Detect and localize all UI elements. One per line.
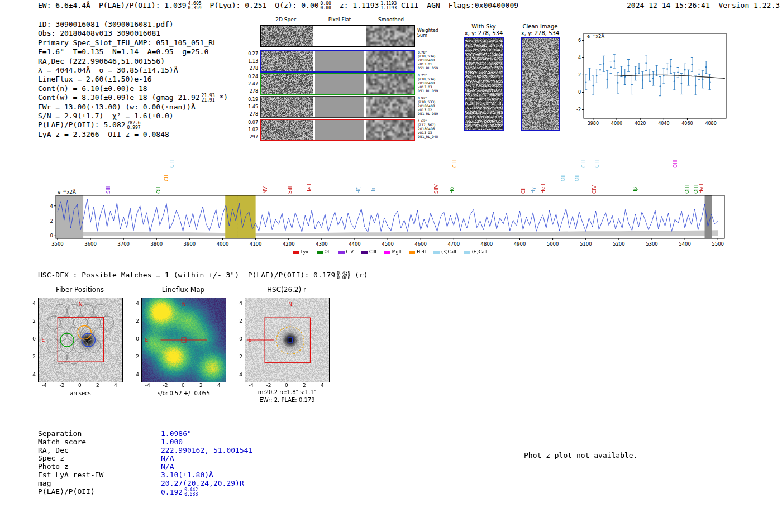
weighted-sum-label: Weighted Sum (417, 28, 438, 38)
text-run: 0.192 (161, 487, 183, 496)
match-row-value: N/A (161, 463, 174, 471)
fiber-xlabel: arcsecs (38, 390, 123, 396)
row-scale-values: 0.191.45278 (242, 96, 258, 118)
annotation-line: v013_03 (418, 131, 438, 135)
pixelflat-cell (315, 51, 364, 71)
clean-image (521, 37, 560, 131)
pixelflat-cell (315, 97, 364, 117)
header-metric: z: 1.11931.11931.1193 CIII (340, 1, 419, 9)
elixer-report-page: EW: 6.6±4.4ÅP(LAE)/P(OII): 1.0394.6050.3… (0, 0, 782, 532)
axis-tick-label: -4 (23, 372, 36, 377)
spec2d-row (260, 50, 415, 73)
svg-text:4100: 4100 (250, 241, 262, 247)
emission-line-label: CIII (594, 160, 600, 168)
pixelflat-cell (315, 74, 364, 94)
pixelflat-cell (315, 120, 364, 140)
svg-text:0: 0 (50, 233, 53, 238)
svg-text:5100: 5100 (580, 241, 592, 247)
smoothed-noise (366, 120, 414, 140)
axis-tick-label: 2 (299, 382, 310, 388)
info-line: Cont(w) = 8.30(±0.09)e-18 (gmag 21.9221.… (38, 93, 228, 102)
axis-tick-label: 4 (23, 300, 36, 306)
smoothed-noise (366, 97, 414, 117)
text-run: ID: 3090016081 (3090016081.pdf) (38, 20, 174, 28)
scale-value: 0.19 (242, 96, 258, 103)
scale-value: 1.45 (242, 103, 258, 111)
legend-label: CIV (346, 250, 354, 255)
svg-text:3500: 3500 (51, 241, 64, 247)
svg-text:3800: 3800 (150, 241, 163, 247)
row-scale-values: 0.271.13278 (242, 50, 258, 73)
hsc-caption-2: EWr: 2. PLAE: 0.179 (239, 397, 335, 403)
scale-value: 0.07 (242, 119, 258, 126)
lineflux-caption: s/b: 0.52 +/- 0.055 (136, 390, 232, 396)
axis-tick-label: 0 (281, 382, 292, 388)
annotation-line: 1.62" (418, 119, 438, 123)
svg-text:4900: 4900 (514, 241, 526, 247)
header-metrics: EW: 6.6±4.4ÅP(LAE)/P(OII): 1.0394.6050.3… (38, 1, 527, 11)
info-line: RA,Dec (222.990646,51.001556) (38, 57, 228, 66)
axis-tick-label: -4 (230, 372, 242, 377)
text-run: S/N = 2.9(±1.7) χ² = 1.6(±0.0) (38, 112, 174, 120)
svg-text:4600: 4600 (414, 241, 427, 247)
lineflux-map-panel: NE (141, 298, 226, 382)
annotation-line: 20180408 (418, 81, 438, 85)
match-row-value: 0.1920.4420.088 (161, 488, 198, 496)
info-line: Obs: 20180408v013_3090016081 (38, 29, 228, 38)
match-table-row: mag20.27(20.24,20.29)R (38, 480, 252, 488)
text-run: P(Lyα): 0.251 (210, 1, 267, 9)
scale-value: 0.27 (242, 50, 258, 57)
axis-tick-label: 4 (127, 300, 139, 306)
annotation-line: 0.75" (418, 73, 438, 77)
header: EW: 6.6±4.4ÅP(LAE)/P(OII): 1.0394.6050.3… (38, 1, 780, 11)
source-info-block: ID: 3090016081 (3090016081.pdf)Obs: 2018… (38, 20, 228, 139)
match-row-label: Spec z (38, 454, 161, 463)
spec2d-row (260, 73, 415, 95)
match-row-value: 222.990162, 51.001541 (161, 447, 252, 455)
text-run: Flags:0x00400009 (449, 1, 518, 9)
legend-item: (K)CaII (433, 250, 456, 255)
header-metric: AGN (427, 1, 440, 9)
emission-line-label: CIII (452, 160, 457, 168)
stacked-fraction: 782.60.997 (127, 121, 141, 130)
axis-tick-label: -2 (56, 382, 68, 388)
legend-item: CIV (338, 250, 354, 255)
text-run: z: 1.1193 (340, 1, 379, 9)
legend-item: CIII (361, 250, 376, 255)
svg-text:5200: 5200 (613, 241, 625, 247)
text-run: EWr = 13.00(±13.00) (w: 0.00(±nan))Å (38, 103, 196, 111)
axis-tick-label: 4 (213, 382, 225, 388)
text-run: 222.990162, 51.001541 (161, 446, 252, 454)
info-line: EWr = 13.00(±13.00) (w: 0.00(±nan))Å (38, 103, 228, 112)
info-line: LineFlux = 2.60(±1.50)e-16 (38, 75, 228, 84)
axis-tick-label: 2 (23, 318, 36, 324)
svg-text:4: 4 (578, 55, 581, 60)
svg-text:E: E (145, 337, 149, 343)
spec2d-noise (261, 120, 313, 140)
info-line: F=1.6" T=0.135 N=1.14 A=0.95 g=25.0 (38, 47, 228, 56)
stacked-fraction: 0.000.00 (321, 2, 331, 11)
svg-text:5300: 5300 (646, 241, 658, 247)
svg-text:2: 2 (50, 218, 53, 224)
spec2d-noise (261, 97, 313, 117)
axis-tick-label: -4 (127, 372, 139, 377)
annotation-line: v013_02 (418, 108, 438, 112)
fiber-overlay-svg: NE (39, 298, 122, 382)
svg-text:4000: 4000 (611, 121, 622, 126)
axis-tick-label: 0 (127, 336, 139, 342)
svg-text:4000: 4000 (217, 241, 229, 247)
svg-text:3900: 3900 (184, 241, 196, 247)
info-line: S/N = 2.9(±1.7) χ² = 1.6(±0.0) (38, 112, 228, 121)
spec2d-noise (261, 74, 313, 94)
axis-tick-label: 0 (74, 382, 85, 388)
annotation-line: 0.92" (418, 96, 438, 100)
emission-line-label: OII (560, 175, 566, 181)
scale-value: 0.24 (242, 73, 258, 80)
emission-line-label: CII (164, 175, 169, 181)
hsc-overlay-svg: NE (245, 298, 329, 382)
match-row-label: Photo z (38, 463, 161, 471)
annotation-line: 20180408 (418, 127, 438, 131)
match-row-label: mag (38, 480, 161, 488)
annotation-line: (278, 533) (418, 100, 438, 104)
text-run: N/A (161, 454, 174, 462)
